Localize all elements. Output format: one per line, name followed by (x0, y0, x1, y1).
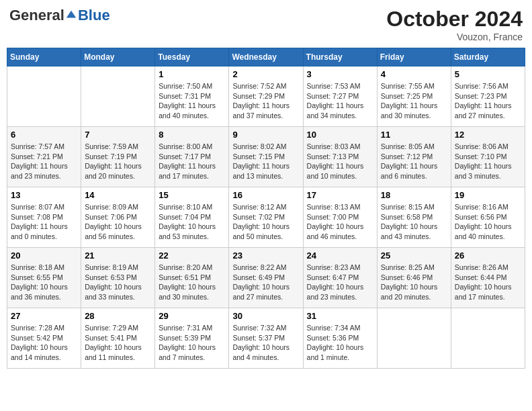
day-info: Sunrise: 8:22 AMSunset: 6:49 PMDaylight:… (232, 263, 299, 302)
weekday-header-thursday: Thursday (303, 48, 377, 66)
day-info: Sunrise: 7:56 AMSunset: 7:23 PMDaylight:… (455, 81, 521, 121)
calendar-cell: 27Sunrise: 7:28 AMSunset: 5:42 PMDayligh… (7, 308, 81, 369)
calendar-cell: 19Sunrise: 8:16 AMSunset: 6:56 PMDayligh… (451, 187, 525, 248)
day-info: Sunrise: 8:07 AMSunset: 7:08 PMDaylight:… (11, 202, 77, 242)
day-number: 10 (307, 130, 373, 140)
day-info: Sunrise: 8:05 AMSunset: 7:12 PMDaylight:… (381, 142, 447, 181)
week-row-2: 6Sunrise: 7:57 AMSunset: 7:21 PMDaylight… (7, 127, 525, 187)
calendar-cell: 4Sunrise: 7:55 AMSunset: 7:25 PMDaylight… (377, 66, 451, 127)
day-number: 13 (11, 190, 77, 200)
calendar-cell: 16Sunrise: 8:12 AMSunset: 7:02 PMDayligh… (229, 187, 303, 248)
location: Vouzon, France (386, 32, 523, 42)
calendar-cell: 30Sunrise: 7:32 AMSunset: 5:37 PMDayligh… (229, 308, 303, 369)
week-row-4: 20Sunrise: 8:18 AMSunset: 6:55 PMDayligh… (7, 248, 525, 308)
day-info: Sunrise: 7:55 AMSunset: 7:25 PMDaylight:… (381, 81, 447, 121)
day-info: Sunrise: 8:20 AMSunset: 6:51 PMDaylight:… (159, 263, 225, 302)
calendar-cell: 6Sunrise: 7:57 AMSunset: 7:21 PMDaylight… (7, 127, 81, 187)
logo-general: General (9, 7, 64, 24)
day-number: 1 (159, 69, 225, 79)
day-number: 22 (159, 250, 225, 261)
calendar-cell: 3Sunrise: 7:53 AMSunset: 7:27 PMDaylight… (303, 66, 377, 127)
day-info: Sunrise: 8:19 AMSunset: 6:53 PMDaylight:… (85, 263, 151, 302)
calendar-cell: 15Sunrise: 8:10 AMSunset: 7:04 PMDayligh… (155, 187, 229, 248)
day-number: 3 (307, 69, 373, 79)
day-info: Sunrise: 7:31 AMSunset: 5:39 PMDaylight:… (159, 323, 225, 363)
weekday-header-wednesday: Wednesday (229, 48, 303, 66)
day-number: 9 (232, 130, 299, 140)
week-row-1: 1Sunrise: 7:50 AMSunset: 7:31 PMDaylight… (7, 66, 525, 127)
calendar-cell: 9Sunrise: 8:02 AMSunset: 7:15 PMDaylight… (229, 127, 303, 187)
day-number: 7 (85, 130, 151, 140)
day-info: Sunrise: 8:10 AMSunset: 7:04 PMDaylight:… (159, 202, 225, 242)
day-number: 16 (232, 190, 299, 200)
day-info: Sunrise: 8:25 AMSunset: 6:46 PMDaylight:… (381, 263, 447, 302)
day-info: Sunrise: 7:50 AMSunset: 7:31 PMDaylight:… (159, 81, 225, 121)
day-info: Sunrise: 8:15 AMSunset: 6:58 PMDaylight:… (381, 202, 447, 242)
day-info: Sunrise: 7:28 AMSunset: 5:42 PMDaylight:… (11, 323, 77, 363)
calendar-cell: 2Sunrise: 7:52 AMSunset: 7:29 PMDaylight… (229, 66, 303, 127)
day-number: 29 (159, 311, 225, 321)
day-number: 21 (85, 250, 151, 261)
logo-icon (65, 9, 77, 21)
day-number: 24 (307, 250, 373, 261)
calendar-cell: 21Sunrise: 8:19 AMSunset: 6:53 PMDayligh… (81, 248, 155, 308)
day-number: 23 (232, 250, 299, 261)
day-number: 28 (85, 311, 151, 321)
calendar-cell: 31Sunrise: 7:34 AMSunset: 5:36 PMDayligh… (303, 308, 377, 369)
day-info: Sunrise: 8:09 AMSunset: 7:06 PMDaylight:… (85, 202, 151, 242)
week-row-3: 13Sunrise: 8:07 AMSunset: 7:08 PMDayligh… (7, 187, 525, 248)
day-info: Sunrise: 7:29 AMSunset: 5:41 PMDaylight:… (85, 323, 151, 363)
day-info: Sunrise: 7:34 AMSunset: 5:36 PMDaylight:… (307, 323, 373, 363)
title-block: October 2024 Vouzon, France (386, 7, 523, 42)
day-number: 11 (381, 130, 447, 140)
calendar-cell (451, 308, 525, 369)
day-info: Sunrise: 8:13 AMSunset: 7:00 PMDaylight:… (307, 202, 373, 242)
day-number: 31 (307, 311, 373, 321)
day-info: Sunrise: 8:18 AMSunset: 6:55 PMDaylight:… (11, 263, 77, 302)
weekday-header-sunday: Sunday (7, 48, 81, 66)
day-info: Sunrise: 8:00 AMSunset: 7:17 PMDaylight:… (159, 142, 225, 181)
day-number: 14 (85, 190, 151, 200)
calendar-cell: 20Sunrise: 8:18 AMSunset: 6:55 PMDayligh… (7, 248, 81, 308)
day-number: 19 (455, 190, 521, 200)
calendar-cell (7, 66, 81, 127)
calendar-cell: 17Sunrise: 8:13 AMSunset: 7:00 PMDayligh… (303, 187, 377, 248)
day-number: 26 (455, 250, 521, 261)
calendar-cell: 22Sunrise: 8:20 AMSunset: 6:51 PMDayligh… (155, 248, 229, 308)
day-info: Sunrise: 8:16 AMSunset: 6:56 PMDaylight:… (455, 202, 521, 242)
day-info: Sunrise: 7:53 AMSunset: 7:27 PMDaylight:… (307, 81, 373, 121)
day-number: 25 (381, 250, 447, 261)
day-number: 30 (232, 311, 299, 321)
calendar-cell (377, 308, 451, 369)
day-number: 12 (455, 130, 521, 140)
day-number: 6 (11, 130, 77, 140)
day-info: Sunrise: 8:26 AMSunset: 6:44 PMDaylight:… (455, 263, 521, 302)
calendar-table: SundayMondayTuesdayWednesdayThursdayFrid… (7, 48, 525, 369)
calendar-cell: 18Sunrise: 8:15 AMSunset: 6:58 PMDayligh… (377, 187, 451, 248)
page-header: General Blue October 2024 Vouzon, France (7, 7, 525, 42)
day-number: 4 (381, 69, 447, 79)
calendar-cell: 11Sunrise: 8:05 AMSunset: 7:12 PMDayligh… (377, 127, 451, 187)
day-number: 15 (159, 190, 225, 200)
day-info: Sunrise: 8:23 AMSunset: 6:47 PMDaylight:… (307, 263, 373, 302)
calendar-cell: 1Sunrise: 7:50 AMSunset: 7:31 PMDaylight… (155, 66, 229, 127)
day-number: 17 (307, 190, 373, 200)
day-info: Sunrise: 7:52 AMSunset: 7:29 PMDaylight:… (232, 81, 299, 121)
calendar-cell: 5Sunrise: 7:56 AMSunset: 7:23 PMDaylight… (451, 66, 525, 127)
day-number: 27 (11, 311, 77, 321)
calendar-cell: 23Sunrise: 8:22 AMSunset: 6:49 PMDayligh… (229, 248, 303, 308)
calendar-cell: 25Sunrise: 8:25 AMSunset: 6:46 PMDayligh… (377, 248, 451, 308)
calendar-cell: 14Sunrise: 8:09 AMSunset: 7:06 PMDayligh… (81, 187, 155, 248)
day-info: Sunrise: 8:12 AMSunset: 7:02 PMDaylight:… (232, 202, 299, 242)
week-row-5: 27Sunrise: 7:28 AMSunset: 5:42 PMDayligh… (7, 308, 525, 369)
day-info: Sunrise: 7:32 AMSunset: 5:37 PMDaylight:… (232, 323, 299, 363)
calendar-cell: 8Sunrise: 8:00 AMSunset: 7:17 PMDaylight… (155, 127, 229, 187)
weekday-header-row: SundayMondayTuesdayWednesdayThursdayFrid… (7, 48, 525, 66)
calendar-cell: 29Sunrise: 7:31 AMSunset: 5:39 PMDayligh… (155, 308, 229, 369)
logo: General Blue (9, 7, 110, 24)
day-info: Sunrise: 8:02 AMSunset: 7:15 PMDaylight:… (232, 142, 299, 181)
calendar-cell (81, 66, 155, 127)
day-info: Sunrise: 8:06 AMSunset: 7:10 PMDaylight:… (455, 142, 521, 181)
day-number: 2 (232, 69, 299, 79)
calendar-cell: 12Sunrise: 8:06 AMSunset: 7:10 PMDayligh… (451, 127, 525, 187)
